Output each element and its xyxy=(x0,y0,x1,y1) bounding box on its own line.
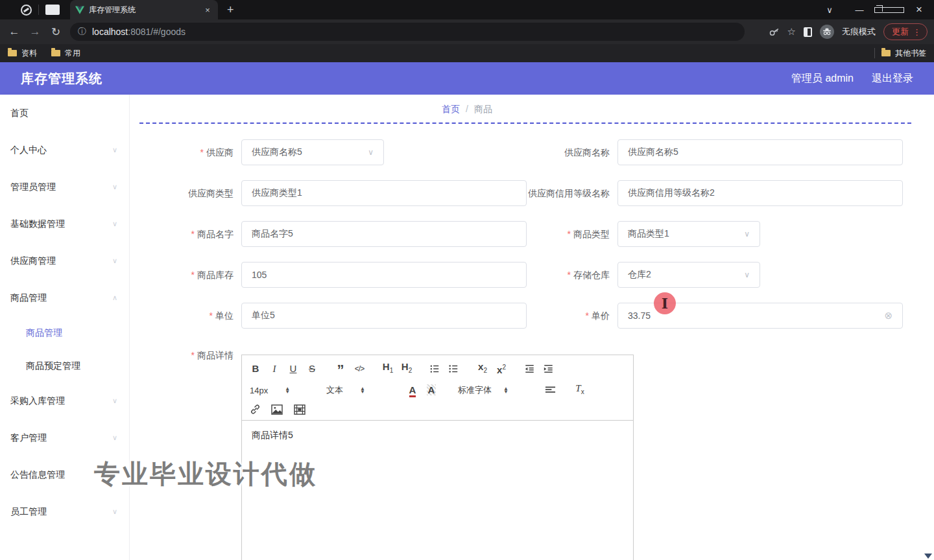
underline-button[interactable]: U xyxy=(287,363,299,375)
reload-button[interactable]: ↻ xyxy=(45,25,66,39)
chevron-down-icon: ∨ xyxy=(112,242,117,279)
video-icon[interactable] xyxy=(294,404,305,415)
vue-logo-icon xyxy=(75,6,84,14)
back-button[interactable]: ← xyxy=(4,25,25,38)
field-label-supplier: *供应商 xyxy=(130,139,234,165)
ordered-list-icon[interactable] xyxy=(429,364,441,374)
other-bookmarks[interactable]: 其他书签 xyxy=(881,48,926,59)
clear-input-icon[interactable]: ⊗ xyxy=(884,310,892,321)
goods-name-field[interactable] xyxy=(241,221,527,247)
bookmark-star-icon[interactable]: ☆ xyxy=(787,26,796,38)
align-icon[interactable] xyxy=(545,386,557,395)
goods-stock-field[interactable] xyxy=(241,262,527,288)
tab-close-icon[interactable]: × xyxy=(202,5,213,15)
highlight-color-button[interactable]: A xyxy=(425,384,437,396)
goods-type-select[interactable]: 商品类型1 ∨ xyxy=(617,221,760,247)
field-label-warehouse: *存储仓库 xyxy=(506,262,610,288)
new-tab-button[interactable]: + xyxy=(227,3,234,17)
sidebar-item-customer-management[interactable]: 客户管理∨ xyxy=(0,419,129,456)
window-chevron-icon[interactable]: ∨ xyxy=(815,5,844,15)
active-tab[interactable]: 库存管理系统 × xyxy=(70,0,218,19)
chevron-up-icon: ∧ xyxy=(112,279,117,316)
sidebar-item-employee-management[interactable]: 员工管理∨ xyxy=(0,493,129,530)
tab-title: 库存管理系统 xyxy=(89,5,202,16)
address-bar[interactable]: ⓘ localhost:8081/#/goods xyxy=(70,23,745,41)
site-info-icon[interactable]: ⓘ xyxy=(78,26,86,38)
field-label-supplier-type: 供应商类型 xyxy=(130,180,234,206)
scroll-down-icon[interactable] xyxy=(924,554,932,559)
mouse-cursor-highlight: I xyxy=(654,292,676,314)
image-icon[interactable] xyxy=(271,404,283,415)
sidebar-item-home[interactable]: 首页 xyxy=(0,95,129,132)
header1-button[interactable]: H1 xyxy=(382,361,394,377)
incognito-icon[interactable] xyxy=(820,25,834,39)
font-family-select[interactable]: 标准字体 ▲▼ xyxy=(458,384,527,396)
chevron-down-icon: ∨ xyxy=(112,382,117,419)
breadcrumb-home[interactable]: 首页 xyxy=(442,104,460,115)
sidebar-item-purchase-inbound[interactable]: 采购入库管理∨ xyxy=(0,382,129,419)
sidebar-item-goods-management[interactable]: 商品管理∧ xyxy=(0,279,129,316)
bookmark-folder-1[interactable]: 资料 xyxy=(8,48,37,59)
header2-button[interactable]: H2 xyxy=(401,361,413,377)
stepper-icon: ▲▼ xyxy=(503,387,509,393)
clear-format-button[interactable]: Tx xyxy=(574,382,586,398)
credit-level-field[interactable] xyxy=(617,180,903,206)
supplier-name-field[interactable] xyxy=(617,139,903,165)
logout-button[interactable]: 退出登录 xyxy=(872,72,913,86)
window-minimize-button[interactable]: — xyxy=(844,5,874,15)
sidebar-item-admin-management[interactable]: 管理员管理∨ xyxy=(0,169,129,205)
stepper-icon: ▲▼ xyxy=(285,387,290,393)
superscript-button[interactable]: x2 xyxy=(496,362,507,376)
supplier-select[interactable]: 供应商名称5 ∨ xyxy=(241,139,384,165)
bookmark-folder-2[interactable]: 常用 xyxy=(51,48,80,59)
chevron-down-icon: ∨ xyxy=(368,148,374,157)
sidebar-item-supplier-management[interactable]: 供应商管理∨ xyxy=(0,242,129,279)
font-size-select[interactable]: 14px ▲▼ xyxy=(250,386,309,395)
browser-profile-icon[interactable] xyxy=(21,5,32,16)
tab-separator xyxy=(38,5,39,15)
update-button[interactable]: 更新 ⋮ xyxy=(883,23,928,40)
outdent-icon[interactable] xyxy=(524,364,536,374)
sidebar-subitem-goods-reservation[interactable]: 商品预定管理 xyxy=(0,349,129,382)
breadcrumb-separator-icon: / xyxy=(466,104,468,115)
indent-icon[interactable] xyxy=(543,364,555,374)
italic-button[interactable]: I xyxy=(269,363,280,375)
sidebar-item-basic-data[interactable]: 基础数据管理∨ xyxy=(0,205,129,242)
unit-field[interactable] xyxy=(241,303,527,329)
dashed-divider xyxy=(139,122,911,124)
field-label-goods-type: *商品类型 xyxy=(506,221,610,247)
watermark-text: 专业毕业设计代做 xyxy=(94,456,317,492)
subscript-button[interactable]: x2 xyxy=(477,361,488,377)
pinned-tab-icon[interactable] xyxy=(45,5,60,15)
restore-icon xyxy=(874,7,904,13)
code-block-button[interactable]: </> xyxy=(353,363,365,375)
browser-toolbar: ← → ↻ ⓘ localhost:8081/#/goods ☆ 无痕模式 更新… xyxy=(0,19,934,44)
warehouse-select[interactable]: 仓库2 ∨ xyxy=(617,262,760,288)
bold-button[interactable]: B xyxy=(250,363,261,375)
forward-button[interactable]: → xyxy=(25,25,45,38)
paragraph-select[interactable]: 文本 ▲▼ xyxy=(326,384,389,396)
breadcrumb-current: 商品 xyxy=(474,104,492,115)
blockquote-button[interactable]: ” xyxy=(335,363,346,375)
bullet-list-icon[interactable] xyxy=(448,364,460,374)
side-panel-icon[interactable] xyxy=(804,27,812,37)
link-icon[interactable] xyxy=(250,404,261,415)
window-close-button[interactable]: × xyxy=(904,3,934,16)
field-label-goods-detail: *商品详情 xyxy=(130,350,234,362)
chevron-down-icon: ∨ xyxy=(744,229,750,239)
bookmarks-bar: 资料 常用 其他书签 xyxy=(0,44,934,62)
sidebar-item-personal-center[interactable]: 个人中心∨ xyxy=(0,132,129,169)
password-key-icon[interactable] xyxy=(769,27,780,38)
editor-content[interactable]: 商品详情5 xyxy=(242,421,633,450)
strikethrough-button[interactable]: S xyxy=(306,363,318,375)
sidebar-subitem-goods-management[interactable]: 商品管理 xyxy=(0,316,129,349)
text-color-button[interactable]: A xyxy=(407,384,418,396)
bookmarks-divider xyxy=(874,48,875,58)
browser-menu-icon[interactable]: ⋮ xyxy=(913,27,922,37)
url-path: :8081/#/goods xyxy=(128,27,186,37)
chevron-down-icon: ∨ xyxy=(112,493,117,530)
supplier-type-field[interactable] xyxy=(241,180,527,206)
window-restore-button[interactable] xyxy=(874,5,904,15)
current-user[interactable]: 管理员 admin xyxy=(791,72,854,86)
chevron-down-icon: ∨ xyxy=(112,132,117,169)
